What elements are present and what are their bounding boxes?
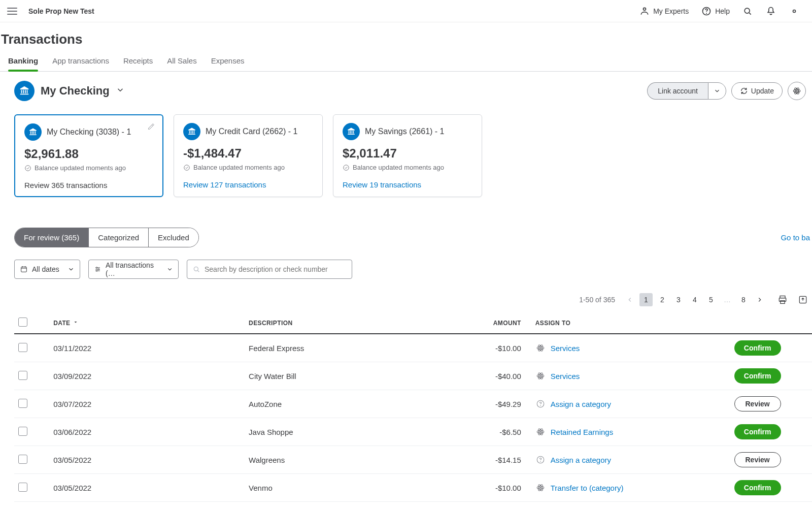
table-row[interactable]: 03/06/2022 Java Shoppe -$6.50 Retained E… <box>14 418 812 446</box>
settings-button[interactable] <box>784 2 805 21</box>
assign-link[interactable]: Assign a category <box>551 400 611 408</box>
row-checkbox[interactable] <box>18 343 27 352</box>
account-selector-chevron[interactable] <box>116 85 125 97</box>
check-circle-icon <box>24 165 31 172</box>
update-button[interactable]: Update <box>731 82 783 100</box>
assign-link[interactable]: Services <box>551 344 580 353</box>
search-input[interactable] <box>205 265 347 273</box>
review-link[interactable]: Review 365 transactions <box>24 181 153 189</box>
pager-page-1[interactable]: 1 <box>639 293 653 306</box>
review-link[interactable]: Review 127 transactions <box>183 180 313 189</box>
confirm-button[interactable]: Confirm <box>734 340 781 356</box>
column-date[interactable]: DATE <box>49 312 245 334</box>
help-button[interactable]: Help <box>696 2 735 21</box>
chevron-down-icon <box>166 266 173 273</box>
atom-icon <box>535 371 546 381</box>
hamburger-menu[interactable] <box>7 5 19 17</box>
experts-icon <box>639 6 650 17</box>
help-icon <box>701 6 712 17</box>
cell-amount: -$6.50 <box>426 418 531 446</box>
account-card[interactable]: My Credit Card (2662) - 1 -$1,484.47 Bal… <box>174 114 323 197</box>
company-name[interactable]: Sole Prop New Test <box>28 7 94 15</box>
card-title: My Credit Card (2662) - 1 <box>206 127 297 136</box>
column-amount[interactable]: AMOUNT <box>426 312 531 334</box>
pager-ellipsis: … <box>721 293 734 306</box>
my-experts-button[interactable]: My Experts <box>634 2 694 21</box>
transactions-filter-label: All transactions (… <box>106 261 161 277</box>
account-selector[interactable]: My Checking <box>41 84 110 98</box>
cell-amount: -$40.00 <box>426 362 531 390</box>
search-button[interactable] <box>737 2 758 21</box>
check-circle-icon <box>343 164 350 171</box>
row-checkbox[interactable] <box>18 399 27 408</box>
account-card[interactable]: My Savings (2661) - 1 $2,011.47 Balance … <box>333 114 482 197</box>
tab-expenses[interactable]: Expenses <box>211 51 245 71</box>
select-all-checkbox[interactable] <box>18 318 27 327</box>
goto-bank-link[interactable]: Go to ba <box>781 233 812 242</box>
search-box[interactable] <box>187 260 352 279</box>
pager-page-4[interactable]: 4 <box>688 293 701 306</box>
pager-page-8[interactable]: 8 <box>737 293 750 306</box>
assign-link[interactable]: Assign a category <box>551 456 611 464</box>
cell-date: 03/11/2022 <box>49 334 245 362</box>
review-button[interactable]: Review <box>734 452 781 467</box>
notifications-button[interactable] <box>760 2 782 21</box>
svg-point-19 <box>793 10 796 12</box>
segment-excluded[interactable]: Excluded <box>148 228 198 247</box>
link-account-dropdown[interactable] <box>708 82 726 100</box>
print-button[interactable] <box>777 295 788 305</box>
explore-button[interactable] <box>788 82 806 100</box>
edit-icon[interactable] <box>147 122 155 133</box>
pager-page-5[interactable]: 5 <box>704 293 718 306</box>
pager-next[interactable] <box>753 293 766 306</box>
tab-all-sales[interactable]: All Sales <box>167 51 196 71</box>
tab-banking[interactable]: Banking <box>8 51 38 71</box>
tab-app-transactions[interactable]: App transactions <box>52 51 109 71</box>
row-checkbox[interactable] <box>18 455 27 464</box>
table-row[interactable]: 03/09/2022 City Water Bill -$40.00 Servi… <box>14 362 812 390</box>
pager-page-3[interactable]: 3 <box>672 293 685 306</box>
assign-link[interactable]: Retained Earnings <box>551 428 613 436</box>
assign-link[interactable]: Transfer to (category) <box>551 484 624 492</box>
my-experts-label: My Experts <box>653 7 689 15</box>
row-checkbox[interactable] <box>18 427 27 436</box>
table-row[interactable]: 03/05/2022 Walgreens -$14.15 Assign a ca… <box>14 446 812 474</box>
cell-date: 03/06/2022 <box>49 418 245 446</box>
row-checkbox[interactable] <box>18 371 27 380</box>
row-checkbox[interactable] <box>18 483 27 492</box>
export-icon <box>798 295 808 305</box>
cell-date: 03/05/2022 <box>49 474 245 502</box>
assign-link[interactable]: Services <box>551 372 580 380</box>
tab-receipts[interactable]: Receipts <box>123 51 153 71</box>
column-assign[interactable]: ASSIGN TO <box>531 312 730 334</box>
table-row[interactable]: 03/11/2022 Federal Express -$10.00 Servi… <box>14 334 812 362</box>
atom-icon <box>535 483 546 493</box>
confirm-button[interactable]: Confirm <box>734 424 781 439</box>
help-label: Help <box>715 7 730 15</box>
column-description[interactable]: DESCRIPTION <box>245 312 426 334</box>
review-button[interactable]: Review <box>734 396 781 411</box>
table-row[interactable]: 03/07/2022 AutoZone -$49.29 Assign a cat… <box>14 390 812 418</box>
table-row[interactable]: 03/05/2022 Venmo -$10.00 Transfer to (ca… <box>14 474 812 502</box>
confirm-button[interactable]: Confirm <box>734 480 781 495</box>
bank-icon <box>343 123 360 140</box>
pagination-info: 1-50 of 365 <box>579 296 615 304</box>
page-title: Transactions <box>0 22 812 51</box>
bank-icon <box>183 123 200 140</box>
print-icon <box>777 295 788 305</box>
sort-caret-icon <box>73 320 79 327</box>
dates-filter[interactable]: All dates <box>14 260 80 279</box>
transactions-filter[interactable]: All transactions (… <box>88 260 179 279</box>
pager-page-2[interactable]: 2 <box>656 293 669 306</box>
question-icon <box>535 455 546 465</box>
link-account-button[interactable]: Link account <box>647 82 708 100</box>
chevron-down-icon <box>67 266 75 273</box>
cell-date: 03/05/2022 <box>49 446 245 474</box>
atom-icon <box>535 343 546 353</box>
export-button[interactable] <box>798 295 808 305</box>
confirm-button[interactable]: Confirm <box>734 368 781 384</box>
segment-categorized[interactable]: Categorized <box>88 228 148 247</box>
segment-for-review[interactable]: For review (365) <box>15 228 88 247</box>
review-link[interactable]: Review 19 transactions <box>343 180 472 189</box>
account-card[interactable]: My Checking (3038) - 1 $2,961.88 Balance… <box>14 114 163 197</box>
